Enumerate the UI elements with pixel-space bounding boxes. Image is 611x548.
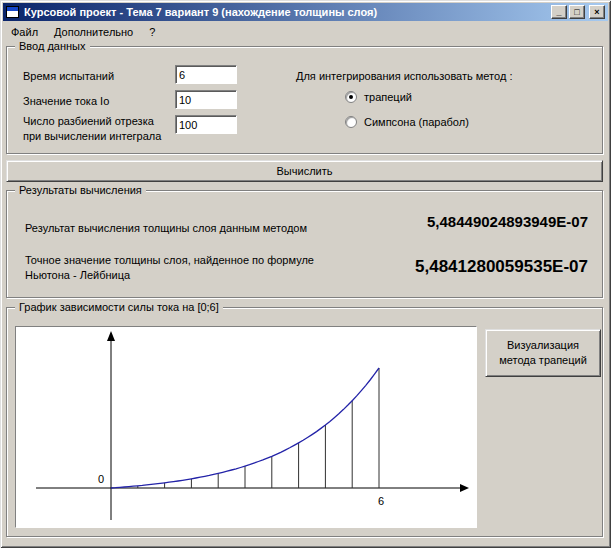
x-tick-label: 6	[378, 495, 384, 507]
chart-group-title: График зависимости силы тока на [0;6]	[15, 301, 223, 313]
field-label-time: Время испытаний	[23, 69, 114, 84]
current-plot: 0 6	[15, 326, 477, 528]
title-bar[interactable]: Курсовой проект - Тема 7 вариант 9 (нахо…	[3, 3, 608, 21]
results-group-title: Результаты вычисления	[15, 184, 146, 196]
partitions-input[interactable]	[175, 115, 237, 134]
y-axis-arrow-icon	[107, 331, 115, 341]
origin-label: 0	[98, 473, 104, 485]
trapezoid-lines	[138, 368, 379, 488]
result-value-exact: 5,4841280059535E-07	[415, 257, 588, 277]
maximize-button[interactable]: □	[569, 5, 585, 19]
current-plot-svg: 0 6	[16, 327, 476, 527]
radio-option-simpson[interactable]: Симпсона (парабол)	[345, 116, 469, 128]
menu-item-extra[interactable]: Дополнительно	[46, 23, 141, 41]
minimize-button[interactable]: _	[551, 5, 567, 19]
current-input[interactable]	[175, 90, 237, 109]
radio-label-simpson: Симпсона (парабол)	[364, 116, 469, 128]
menu-item-file[interactable]: Файл	[3, 23, 46, 41]
result-label-exact: Точное значение толщины слоя, найденное …	[25, 253, 325, 283]
field-label-partitions: Число разбиений отрезка при вычислении и…	[23, 114, 171, 144]
field-label-current: Значение тока Io	[23, 94, 109, 109]
chart-group: График зависимости силы тока на [0;6] 0 …	[6, 307, 603, 537]
compute-button[interactable]: Вычислить	[6, 160, 603, 182]
input-group: Ввод данных Время испытаний Значение ток…	[6, 46, 603, 154]
app-icon	[6, 6, 19, 18]
results-group: Результаты вычисления Результат вычислен…	[6, 190, 603, 298]
window-title: Курсовой проект - Тема 7 вариант 9 (нахо…	[24, 6, 549, 18]
menu-bar: Файл Дополнительно ?	[3, 22, 608, 42]
visualize-button[interactable]: Визуализация метода трапеций	[485, 329, 601, 377]
menu-item-help[interactable]: ?	[141, 23, 163, 41]
close-button[interactable]: ×	[589, 5, 605, 19]
result-label-method: Результат вычисления толщины слоя данным…	[25, 221, 355, 236]
input-group-title: Ввод данных	[15, 40, 90, 52]
radio-indicator-trapezoid[interactable]	[345, 91, 357, 103]
time-input[interactable]	[175, 65, 237, 84]
x-axis-arrow-icon	[460, 484, 469, 492]
result-value-method: 5,48449024893949E-07	[427, 213, 588, 230]
radio-label-trapezoid: трапеций	[364, 91, 412, 103]
method-label: Для интегрирования использовать метод :	[296, 69, 512, 84]
radio-indicator-simpson[interactable]	[345, 116, 357, 128]
radio-option-trapezoid[interactable]: трапеций	[345, 91, 412, 103]
app-window: Курсовой проект - Тема 7 вариант 9 (нахо…	[0, 0, 611, 548]
